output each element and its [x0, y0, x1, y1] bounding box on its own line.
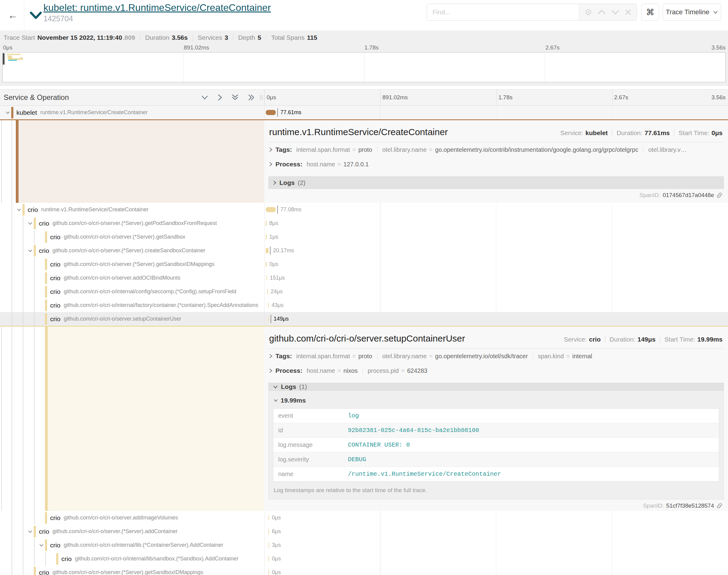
key-value-pair[interactable]: internal.span.format = proto [296, 353, 377, 360]
trace-view-selector[interactable]: Trace Timeline [663, 4, 721, 21]
key-value-pair[interactable]: process.pid = 624283 [363, 367, 432, 374]
collapse-all-icon[interactable] [231, 94, 239, 101]
collapse-one-icon[interactable] [201, 95, 208, 100]
keyboard-shortcuts-button[interactable]: ⌘ [641, 4, 659, 21]
span-duration-bar[interactable] [266, 234, 267, 240]
span-duration-bar[interactable] [266, 275, 267, 280]
process-row[interactable]: Process: host.name = nixos process.pid =… [268, 363, 724, 378]
chevron-down-icon[interactable] [28, 530, 33, 533]
span-row[interactable]: crio github.com/cri-o/cri-o/server.(*Ser… [0, 216, 728, 230]
expand-one-icon[interactable] [218, 94, 222, 101]
span-timeline-cell[interactable]: 0μs [264, 566, 728, 575]
logs-accordion-header[interactable]: Logs (2) [268, 176, 724, 189]
key-value-pair[interactable]: host.name = 127.0.0.1 [307, 161, 374, 168]
tags-row[interactable]: Tags: internal.span.format = proto otel.… [268, 349, 724, 363]
span-name-cell[interactable]: crio github.com/cri-o/cri-o/server.(*Ser… [0, 525, 264, 538]
chevron-down-icon[interactable] [5, 111, 10, 114]
span-duration-bar[interactable] [268, 570, 269, 575]
key-value-pair[interactable]: otel.library.name = go.opentelemetry.io/… [377, 353, 533, 360]
span-timeline-cell[interactable]: 0μs [264, 258, 728, 271]
span-row[interactable]: crio github.com/cri-o/cri-o/server.(*Ser… [0, 525, 728, 538]
match-target-icon[interactable] [584, 8, 592, 16]
span-row[interactable]: crio github.com/cri-o/cri-o/internal/fac… [0, 298, 728, 312]
chevron-down-icon[interactable] [17, 208, 21, 211]
span-name-cell[interactable]: crio github.com/cri-o/cri-o/server.(*Ser… [0, 244, 264, 258]
span-row[interactable]: crio github.com/cri-o/cri-o/internal/lib… [0, 538, 728, 552]
key-value-pair[interactable]: otel.library.v… [643, 146, 691, 153]
span-row[interactable]: crio github.com/cri-o/cri-o/server.(*Ser… [0, 258, 728, 271]
chevron-down-icon[interactable] [28, 249, 33, 252]
span-row[interactable]: crio github.com/cri-o/cri-o/server.(*Ser… [0, 230, 728, 244]
span-name-cell[interactable]: crio github.com/cri-o/cri-o/internal/con… [0, 285, 264, 298]
chevron-down-icon[interactable] [39, 544, 44, 547]
find-input[interactable] [427, 4, 579, 20]
key-value-pair[interactable]: internal.span.format = proto [296, 146, 377, 153]
link-icon[interactable] [717, 192, 723, 198]
span-duration-bar[interactable] [266, 221, 267, 226]
span-row[interactable]: crio github.com/cri-o/cri-o/server.(*Ser… [0, 244, 728, 258]
chevron-down-icon[interactable] [28, 222, 33, 225]
span-row[interactable]: crio runtime.v1.RuntimeService/CreateCon… [0, 203, 728, 216]
span-timeline-cell[interactable]: 77.08ms [264, 203, 728, 216]
logs-accordion-header[interactable]: Logs (1) [268, 383, 724, 391]
span-name-cell[interactable]: crio github.com/cri-o/cri-o/internal/lib… [0, 538, 264, 552]
span-duration-bar[interactable] [268, 316, 269, 322]
column-resizer-handle[interactable] [260, 95, 262, 100]
span-duration-bar[interactable] [268, 515, 269, 520]
span-timeline-cell[interactable]: 3μs [264, 538, 728, 552]
span-duration-bar[interactable] [266, 110, 276, 115]
span-timeline-cell[interactable]: 77.61ms [264, 106, 728, 119]
span-duration-bar[interactable] [268, 303, 269, 308]
tags-row[interactable]: Tags: internal.span.format = proto otel.… [268, 142, 724, 157]
span-duration-bar[interactable] [267, 289, 268, 294]
span-name-cell[interactable]: crio runtime.v1.RuntimeService/CreateCon… [0, 203, 264, 216]
process-row[interactable]: Process: host.name = 127.0.0.1 [268, 157, 724, 172]
span-timeline-cell[interactable]: 151μs [264, 271, 728, 285]
span-name-cell[interactable]: crio github.com/cri-o/cri-o/server.(*Ser… [0, 258, 264, 271]
trace-title-link[interactable]: kubelet: runtime.v1.RuntimeService/Creat… [43, 2, 271, 13]
span-timeline-cell[interactable]: 149μs [264, 312, 728, 326]
expand-all-icon[interactable] [248, 94, 255, 101]
prev-match-icon[interactable] [597, 9, 606, 15]
span-name-cell[interactable]: crio github.com/cri-o/cri-o/server.(*Ser… [0, 566, 264, 575]
span-name-cell[interactable]: crio github.com/cri-o/cri-o/internal/fac… [0, 298, 264, 312]
trace-collapse-chevron-icon[interactable] [30, 11, 42, 20]
span-timeline-cell[interactable]: 24μs [264, 285, 728, 298]
span-name-cell[interactable]: crio github.com/cri-o/cri-o/server.(*Ser… [0, 230, 264, 244]
span-duration-bar[interactable] [266, 262, 267, 267]
span-duration-bar[interactable] [268, 556, 269, 561]
back-button[interactable]: ← [5, 8, 20, 23]
span-row[interactable]: crio github.com/cri-o/cri-o/server.addOC… [0, 271, 728, 285]
span-timeline-cell[interactable]: 8μs [264, 216, 728, 230]
next-match-icon[interactable] [611, 9, 620, 15]
span-timeline-cell[interactable]: 1μs [264, 230, 728, 244]
span-row[interactable]: kubelet runtime.v1.RuntimeService/Create… [0, 106, 728, 119]
span-duration-bar[interactable] [266, 248, 268, 253]
span-name-cell[interactable]: crio github.com/cri-o/cri-o/internal/lib… [0, 552, 264, 566]
span-duration-bar[interactable] [266, 207, 276, 212]
span-duration-bar[interactable] [268, 543, 269, 548]
key-value-pair[interactable]: span.kind = internal [533, 353, 597, 360]
span-row[interactable]: crio github.com/cri-o/cri-o/server.setup… [0, 312, 728, 326]
span-timeline-cell[interactable]: 0μs [264, 511, 728, 525]
span-name-cell[interactable]: kubelet runtime.v1.RuntimeService/Create… [0, 106, 264, 119]
span-name-cell[interactable]: crio github.com/cri-o/cri-o/server.addIm… [0, 511, 264, 525]
clear-find-icon[interactable] [625, 9, 631, 15]
span-name-cell[interactable]: crio github.com/cri-o/cri-o/server.addOC… [0, 271, 264, 285]
span-name-cell[interactable]: crio github.com/cri-o/cri-o/server.setup… [0, 312, 264, 326]
span-duration-bar[interactable] [268, 529, 269, 534]
span-name-cell[interactable]: crio github.com/cri-o/cri-o/server.(*Ser… [0, 216, 264, 230]
minimap-drag-handle[interactable] [3, 53, 5, 65]
span-row[interactable]: crio github.com/cri-o/cri-o/server.addIm… [0, 511, 728, 525]
log-entry-header[interactable]: 19.99ms [273, 395, 719, 408]
key-value-pair[interactable]: host.name = nixos [307, 367, 363, 374]
span-timeline-cell[interactable]: 0μs [264, 552, 728, 566]
link-icon[interactable] [717, 503, 723, 509]
span-row[interactable]: crio github.com/cri-o/cri-o/internal/con… [0, 285, 728, 298]
span-row[interactable]: crio github.com/cri-o/cri-o/internal/lib… [0, 552, 728, 566]
span-row[interactable]: crio github.com/cri-o/cri-o/server.(*Ser… [0, 566, 728, 575]
minimap-canvas[interactable] [2, 52, 726, 82]
span-timeline-cell[interactable]: 6μs [264, 525, 728, 538]
key-value-pair[interactable]: otel.library.name = go.opentelemetry.io/… [377, 146, 643, 153]
span-timeline-cell[interactable]: 20.17ms [264, 244, 728, 258]
